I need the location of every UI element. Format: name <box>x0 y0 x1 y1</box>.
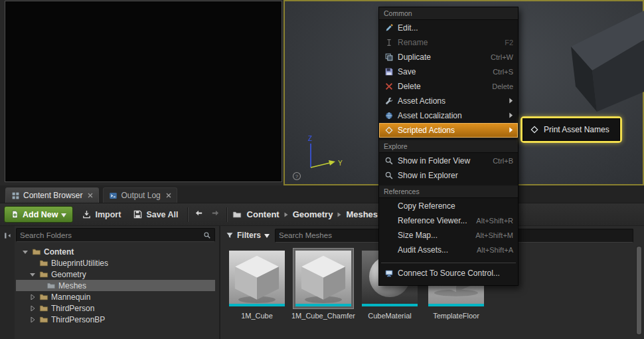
toolbar-separator <box>187 207 188 222</box>
tab-content-browser[interactable]: Content Browser <box>5 187 99 203</box>
docked-panel <box>0 0 283 185</box>
import-icon <box>82 209 92 219</box>
asset-tile-1m-cube-chamfer[interactable]: 1M_​Cube_​Chamfer <box>291 248 356 320</box>
filters-label: Filters <box>237 231 261 240</box>
submenu-arrow-icon <box>509 126 513 135</box>
asset-thumb-cube <box>295 251 351 306</box>
asset-type-color-bar <box>362 304 418 306</box>
menu-separator <box>381 263 516 263</box>
expander-expanded-icon[interactable] <box>23 249 29 255</box>
menu-item-label: Scripted Actions <box>398 126 505 135</box>
save-all-button[interactable]: Save All <box>129 206 181 223</box>
menu-item-reference-viewer[interactable]: Reference Viewer...Alt+Shift+R <box>379 213 518 228</box>
unreal-editor-window: Z Y ? Content BrowserOutput Log Add New … <box>0 0 644 339</box>
source-control-icon <box>384 269 394 278</box>
forward-button[interactable] <box>210 208 221 221</box>
menu-item-label: Audit Assets... <box>398 245 473 255</box>
folder-search-box[interactable] <box>16 228 215 242</box>
chevron-down-icon <box>264 231 270 240</box>
content-browser-toolbar: Add New Import Save All ContentGeometryM… <box>0 203 644 226</box>
menu-item-delete[interactable]: DeleteDelete <box>379 79 518 94</box>
collapse-sources-icon[interactable] <box>3 231 12 339</box>
menu-item-shortcut: Alt+Shift+M <box>475 231 513 239</box>
back-button[interactable] <box>193 208 204 221</box>
folder-column: ContentBlueprintUtilitiesGeometryMeshesM… <box>15 226 219 339</box>
breadcrumb-item-meshes[interactable]: Meshes <box>346 209 378 219</box>
svg-text:?: ? <box>295 173 299 179</box>
menu-item-rename[interactable]: RenameF2 <box>379 35 518 50</box>
folder-tree-item-mannequin[interactable]: Mannequin <box>16 291 215 302</box>
toolbar-separator <box>226 207 227 222</box>
scrollbar[interactable] <box>636 246 642 335</box>
folder-tree-item-thirdperson[interactable]: ThirdPerson <box>16 302 215 314</box>
folder-label: ThirdPersonBP <box>51 315 105 324</box>
crumb-sep-icon <box>337 212 341 217</box>
empty-graph-panel <box>5 1 282 182</box>
help-icon[interactable]: ? <box>292 171 301 181</box>
breadcrumb-item-content[interactable]: Content <box>247 209 280 219</box>
tab-output-log[interactable]: Output Log <box>103 187 177 203</box>
folder-gold-icon <box>39 292 48 302</box>
menu-item-edit[interactable]: Edit... <box>379 21 518 35</box>
asset-name: 1M_​Cube <box>241 312 273 320</box>
rename-icon <box>384 38 394 47</box>
breadcrumb-item-geometry[interactable]: Geometry <box>293 209 333 219</box>
folder-tree-item-blueprintutilities[interactable]: BlueprintUtilities <box>16 257 215 269</box>
menu-item-print-asset-names[interactable]: Print Asset Names <box>525 121 617 138</box>
save-all-label: Save All <box>146 210 178 219</box>
pencil-icon <box>384 23 394 33</box>
crumb-sep-icon <box>284 212 288 217</box>
close-icon[interactable] <box>164 193 171 198</box>
submenu-arrow-icon <box>509 96 513 106</box>
folder-tree-item-thirdpersonbp[interactable]: ThirdPersonBP <box>16 314 215 325</box>
scrollbar-thumb[interactable] <box>637 247 641 334</box>
globe-icon <box>384 111 394 120</box>
asset-type-color-bar <box>428 304 484 306</box>
menu-item-label: Show in Folder View <box>398 156 489 166</box>
menu-item-connect-to-source-control[interactable]: Connect To Source Control... <box>379 266 518 281</box>
submenu-body: Print Asset Names <box>523 118 620 141</box>
menu-item-show-in-folder-view[interactable]: Show in Folder ViewCtrl+B <box>379 154 518 168</box>
expander-collapsed-icon[interactable] <box>30 317 37 322</box>
filters-button[interactable]: Filters <box>226 231 270 240</box>
menu-item-asset-localization[interactable]: Asset Localization <box>379 108 518 123</box>
asset-tile-1m-cube[interactable]: 1M_​Cube <box>224 248 289 320</box>
menu-item-copy-reference[interactable]: Copy Reference <box>379 199 518 213</box>
expander-collapsed-icon[interactable] <box>30 294 37 300</box>
import-button[interactable]: Import <box>78 206 124 223</box>
menu-item-show-in-explorer[interactable]: Show in Explorer <box>379 168 518 183</box>
import-label: Import <box>95 210 121 219</box>
search-folders-input[interactable] <box>20 231 201 239</box>
menu-item-scripted-actions[interactable]: Scripted Actions <box>379 123 518 138</box>
folder-tree-item-geometry[interactable]: Geometry <box>16 269 215 280</box>
funnel-icon <box>226 231 234 239</box>
menu-item-asset-actions[interactable]: Asset Actions <box>379 94 518 108</box>
expander-expanded-icon[interactable] <box>30 272 37 277</box>
asset-thumb-cube <box>229 251 285 306</box>
close-icon[interactable] <box>86 193 93 198</box>
add-new-label: Add New <box>23 210 58 219</box>
duplicate-icon <box>384 53 394 62</box>
magnifier-icon <box>203 231 211 239</box>
asset-thumbnail <box>293 248 354 309</box>
folder-label: Meshes <box>58 281 86 290</box>
folder-tree-item-meshes[interactable]: Meshes <box>16 280 215 291</box>
content-browser-panel: Content BrowserOutput Log Add New Import… <box>0 185 644 339</box>
folder-tree: ContentBlueprintUtilitiesGeometryMeshesM… <box>16 246 215 325</box>
folder-plain-icon <box>46 281 56 290</box>
asset-thumbnail <box>226 248 287 309</box>
menu-item-save[interactable]: SaveCtrl+S <box>379 64 518 79</box>
folder-label: BlueprintUtilities <box>51 259 108 268</box>
menu-item-shortcut: Alt+Shift+R <box>476 217 513 225</box>
menu-item-size-map[interactable]: Size Map...Alt+Shift+M <box>379 228 518 243</box>
folder-tree-item-content[interactable]: Content <box>16 246 215 257</box>
menu-section: ReferencesCopy ReferenceReference Viewer… <box>379 185 518 260</box>
folder-gold-icon <box>39 304 48 313</box>
menu-item-audit-assets[interactable]: Audit Assets...Alt+Shift+A <box>379 243 518 257</box>
menu-item-duplicate[interactable]: DuplicateCtrl+W <box>379 50 518 64</box>
chevron-down-icon <box>61 210 66 219</box>
folder-gold-icon <box>32 247 41 257</box>
expander-collapsed-icon[interactable] <box>30 306 37 311</box>
add-new-button[interactable]: Add New <box>4 206 73 223</box>
tab-label: Content Browser <box>23 191 82 200</box>
